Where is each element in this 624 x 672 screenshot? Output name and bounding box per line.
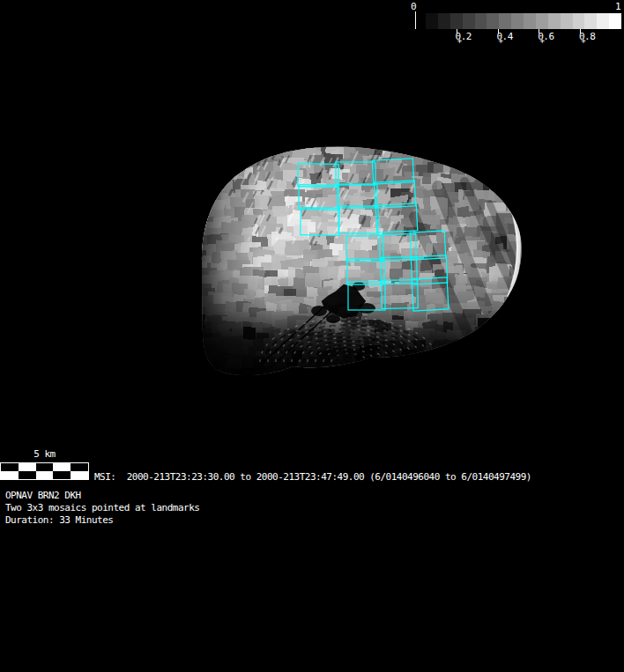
scale-bar-cell: [71, 471, 88, 479]
colorbar-step: [573, 13, 585, 29]
colorbar-step: [426, 13, 438, 29]
colorbar-tick-plus: +: [499, 37, 503, 45]
colorbar-step: [475, 13, 487, 29]
colorbar-step: [450, 13, 463, 29]
scale-bar-cell: [53, 463, 71, 471]
colorbar-step: [597, 13, 609, 29]
colorbar-tick-label: 0.6: [530, 31, 561, 42]
colorbar-zero-tick: [415, 11, 416, 29]
scale-bar-cell: [71, 463, 88, 471]
colorbar-gradient: [426, 13, 621, 29]
sequence-description: Two 3x3 mosaics pointed at landmarks: [5, 502, 199, 513]
colorbar-tick-plus: +: [539, 37, 544, 45]
colorbar-step: [511, 13, 524, 29]
colorbar-tick-plus: +: [581, 37, 585, 45]
sequence-name: OPNAV BRN2 DKH: [5, 490, 81, 501]
asteroid-body: [184, 131, 533, 385]
colorbar-max-label: 1: [615, 1, 620, 12]
sequence-duration: Duration: 33 Minutes: [5, 514, 113, 526]
colorbar-step: [487, 13, 499, 29]
scale-bar-checker: [0, 462, 89, 480]
colorbar-step: [499, 13, 511, 29]
scale-bar-cell: [1, 463, 19, 471]
colorbar-step: [584, 13, 597, 29]
scale-bar-cell: [19, 463, 36, 471]
colorbar-tick-label: 0.4: [489, 31, 521, 42]
colorbar-step: [561, 13, 573, 29]
colorbar-tick-plus: +: [457, 37, 462, 45]
colorbar-tick-label: 0.8: [571, 31, 603, 42]
scale-bar-cell: [36, 471, 54, 479]
viewport: 0 1 0.2+0.4+0.6+0.8+ 5 km MSI: 2000-213T…: [0, 0, 624, 672]
colorbar-step: [438, 13, 450, 29]
scale-bar-label: 5 km: [0, 448, 89, 460]
colorbar-tick-label: 0.2: [448, 31, 479, 42]
scale-bar-cell: [1, 471, 19, 479]
scale-bar-cell: [53, 471, 71, 479]
colorbar-step: [548, 13, 561, 29]
asteroid-render: [0, 0, 624, 672]
colorbar-step: [463, 13, 475, 29]
colorbar-step: [536, 13, 548, 29]
colorbar-step: [524, 13, 536, 29]
scale-bar-cell: [19, 471, 36, 479]
colorbar-step: [609, 13, 621, 29]
scale-bar-cell: [36, 463, 54, 471]
msi-status-line: MSI: 2000-213T23:23:30.00 to 2000-213T23…: [94, 471, 531, 483]
